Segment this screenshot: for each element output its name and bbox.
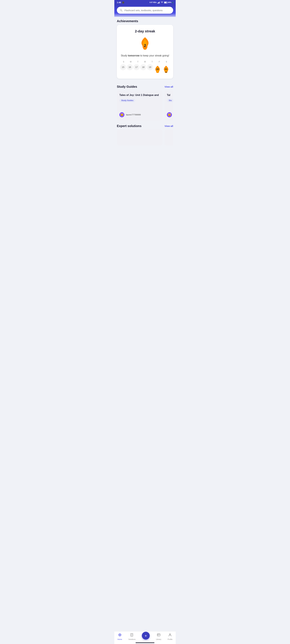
search-input[interactable] <box>124 9 170 12</box>
svg-point-8 <box>166 72 166 73</box>
streak-number: 2 <box>144 44 146 48</box>
day-wed: W <box>142 61 148 63</box>
cal-date-21: 21 <box>162 64 170 74</box>
expert-card-1[interactable] <box>164 130 173 146</box>
card-spacer-0 <box>119 104 160 110</box>
study-guides-view-all[interactable]: View all <box>164 85 173 88</box>
camera-icon: 🎥 <box>122 1 124 4</box>
flame-icon: 2 <box>139 36 151 51</box>
cal-date-20: 20 <box>154 64 162 74</box>
day-mon: M <box>127 61 134 63</box>
svg-rect-4 <box>160 2 160 4</box>
achievements-section: Achievements 2-day streak 2 <box>117 17 173 78</box>
streak-title: 2-day streak <box>120 29 170 33</box>
cal-date-16: 16 <box>127 64 133 70</box>
card-spacer-1 <box>167 104 173 110</box>
svg-rect-2 <box>158 2 159 4</box>
day-thu: T <box>148 61 156 63</box>
main-content: Achievements 2-day streak 2 <box>114 17 176 162</box>
day-tue: T <box>134 61 142 63</box>
day-fri: F <box>156 61 163 63</box>
svg-rect-1 <box>158 2 158 4</box>
search-icon <box>120 9 122 12</box>
status-left: 1:48 🎥 <box>117 1 124 4</box>
study-card-title-1: Tal <box>167 94 173 97</box>
study-card-0[interactable]: Tales of Joy: Unit 1 Dialogue and Study … <box>117 90 162 120</box>
svg-rect-0 <box>158 3 158 4</box>
card-author-0: 🐱 lauren77799999 <box>119 112 160 117</box>
expert-solutions-header: Expert solutions View all <box>117 122 173 130</box>
day-sat: S <box>163 61 170 63</box>
study-guides-title: Study Guides <box>117 85 137 88</box>
expert-solutions-scroll[interactable] <box>117 130 173 147</box>
calendar-dates: 15 16 17 18 19 20 <box>120 64 170 74</box>
author-avatar-1: 🐱 <box>167 112 172 117</box>
header-bg <box>114 5 176 18</box>
study-guides-section: Study Guides View all Tales of Joy: Unit… <box>117 82 173 122</box>
battery-dot: ● <box>172 2 173 3</box>
status-time: 1:48 <box>117 1 121 4</box>
svg-rect-3 <box>159 2 160 4</box>
status-bar: 1:48 🎥 0.07 KB/s 80% ● <box>114 0 176 5</box>
expert-card-0[interactable] <box>117 130 162 146</box>
search-bar[interactable] <box>117 7 173 14</box>
cal-date-17: 17 <box>134 64 140 70</box>
streak-calendar: S M T W T F S 15 16 17 18 19 <box>120 61 170 74</box>
expert-solutions-view-all[interactable]: View all <box>164 125 173 127</box>
wifi-icon <box>161 2 163 4</box>
calendar-header: S M T W T F S <box>120 61 170 63</box>
study-card-badge-1: Stu <box>167 99 173 102</box>
study-guides-header: Study Guides View all <box>117 82 173 90</box>
study-card-badge-0: Study Guides <box>119 99 160 102</box>
battery-percent: 80% <box>168 2 172 3</box>
svg-line-6 <box>122 11 122 12</box>
author-name-0: lauren77799999 <box>126 114 141 116</box>
cal-date-18: 18 <box>140 64 146 70</box>
cal-flame-21: 21 <box>163 66 170 73</box>
study-card-1[interactable]: Tal Stu 🐱 <box>164 90 173 120</box>
study-guides-scroll[interactable]: Tales of Joy: Unit 1 Dialogue and Study … <box>117 90 173 122</box>
streak-card: 2-day streak 2 Study tomorro <box>117 25 173 78</box>
card-author-1: 🐱 <box>167 112 173 117</box>
flame-container: 2 <box>120 36 170 51</box>
data-speed: 0.07 KB/s <box>150 2 157 3</box>
expert-solutions-section: Expert solutions View all <box>117 122 173 147</box>
cal-flame-20: 20 <box>154 66 161 73</box>
cal-date-19: 19 <box>147 64 153 70</box>
cal-date-15: 15 <box>120 64 126 70</box>
author-avatar-0: 🐱 <box>119 112 124 117</box>
streak-text: Study tomorrow to keep your streak going… <box>120 54 170 58</box>
expert-solutions-title: Expert solutions <box>117 124 142 128</box>
battery-icon <box>164 2 168 4</box>
day-sun: S <box>120 61 127 63</box>
status-right: 0.07 KB/s 80% ● <box>150 2 173 4</box>
achievements-title: Achievements <box>117 17 173 25</box>
signal-icon <box>158 2 160 4</box>
study-card-title-0: Tales of Joy: Unit 1 Dialogue and <box>119 94 160 97</box>
